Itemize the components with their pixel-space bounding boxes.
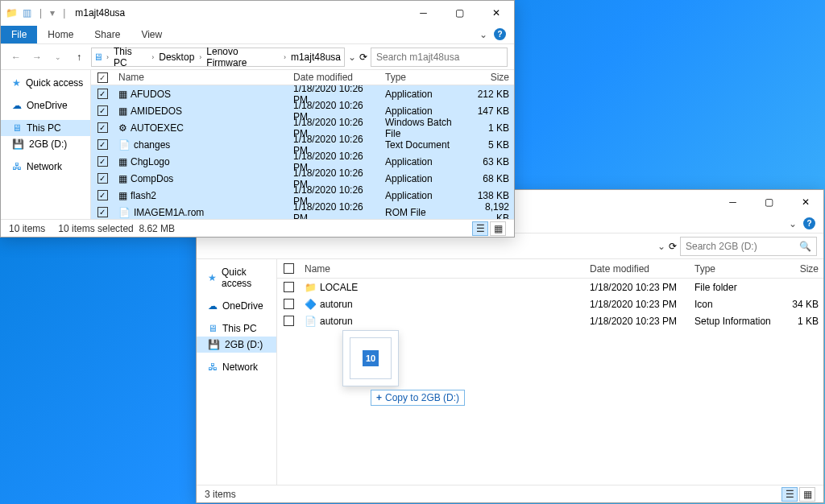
explorer-window-firmware: 📁 ▥ | ▾ | m1ajt48usa ─ ▢ ✕ File Home Sha… — [0, 0, 515, 238]
col-name[interactable]: Name — [300, 263, 585, 275]
refresh-icon[interactable]: ⟳ — [669, 241, 677, 252]
file-name: 📄changes — [114, 139, 288, 151]
chevron-down-icon[interactable]: ⌄ — [657, 241, 665, 252]
table-row[interactable]: 🔷autorun1/18/2020 10:23 PMIcon34 KB — [277, 295, 823, 312]
file-name: 🔷autorun — [300, 299, 585, 310]
tab-home[interactable]: Home — [37, 26, 84, 43]
nav-network[interactable]: 🖧Network — [1, 159, 90, 175]
file-icon: ▦ — [118, 105, 127, 117]
col-name[interactable]: Name — [114, 72, 288, 83]
file-date: 1/18/2020 10:26 PM — [288, 201, 380, 219]
file-icon: 📄 — [118, 207, 131, 218]
file-date: 1/18/2020 10:23 PM — [585, 282, 690, 293]
row-checkbox[interactable]: ✓ — [97, 122, 108, 133]
icons-view-button[interactable]: ▦ — [490, 221, 506, 236]
breadcrumb[interactable]: 🖥› This PC› Desktop› Lenovo Firmware› m1… — [91, 48, 345, 67]
minimize-button[interactable]: ─ — [405, 1, 442, 25]
up-button[interactable]: ↑ — [70, 48, 88, 66]
recent-button[interactable]: ⌄ — [49, 48, 67, 66]
item-count: 3 items — [205, 489, 236, 500]
nav-thispc[interactable]: 🖥This PC — [1, 120, 90, 136]
back-button[interactable]: ← — [7, 48, 25, 66]
help-icon[interactable]: ? — [494, 28, 506, 40]
ribbon-tabs: File Home Share View ⌄? — [1, 25, 514, 44]
chevron-down-icon[interactable]: ⌄ — [789, 218, 797, 229]
col-type[interactable]: Type — [380, 72, 469, 83]
details-view-button[interactable]: ☰ — [472, 221, 488, 236]
close-button[interactable]: ✕ — [478, 1, 514, 25]
row-checkbox[interactable]: ✓ — [97, 190, 108, 200]
qat-properties-icon[interactable]: ▥ — [23, 7, 31, 19]
col-size[interactable]: Size — [469, 72, 514, 83]
tab-share[interactable]: Share — [84, 26, 131, 43]
file-icon: ▦ — [118, 156, 127, 167]
search-input[interactable]: Search m1ajt48usa — [371, 48, 508, 67]
search-input[interactable]: Search 2GB (D:)🔍 — [680, 237, 817, 256]
forward-button[interactable]: → — [28, 48, 46, 66]
row-checkbox[interactable]: ✓ — [97, 89, 108, 99]
breadcrumb-seg[interactable]: This PC — [112, 46, 148, 68]
row-checkbox[interactable]: ✓ — [97, 105, 108, 116]
file-type: Windows Batch File — [380, 117, 469, 139]
nav-usb-drive[interactable]: 💾2GB (D:) — [1, 136, 90, 152]
nav-usb-drive[interactable]: 💾2GB (D:) — [197, 337, 276, 353]
file-size: 147 KB — [469, 105, 514, 117]
col-type[interactable]: Type — [690, 263, 778, 275]
col-date[interactable]: Date modified — [585, 263, 690, 275]
file-type: Application — [380, 156, 469, 167]
chevron-down-icon[interactable]: ⌄ — [348, 52, 356, 63]
minimize-button[interactable]: ─ — [715, 190, 751, 214]
nav-quickaccess[interactable]: ★Quick access — [197, 264, 276, 291]
breadcrumb-seg[interactable]: m1ajt48usa — [289, 52, 342, 63]
file-date: 1/18/2020 10:23 PM — [585, 299, 690, 310]
row-checkbox[interactable]: ✓ — [97, 207, 108, 217]
breadcrumb-seg[interactable]: Desktop — [157, 52, 196, 63]
file-type: Icon — [690, 299, 778, 310]
row-checkbox[interactable]: ✓ — [97, 173, 108, 184]
file-icon: ▦ — [118, 173, 127, 184]
col-date[interactable]: Date modified — [288, 72, 380, 83]
file-name: ▦ChgLogo — [114, 156, 288, 167]
row-checkbox[interactable]: ✓ — [97, 156, 108, 167]
qat-dropdown-icon[interactable]: ▾ — [50, 7, 55, 19]
breadcrumb-seg[interactable]: Lenovo Firmware — [205, 46, 280, 68]
nav-onedrive[interactable]: ☁OneDrive — [1, 97, 90, 114]
selected-size: 8.62 MB — [139, 223, 175, 234]
chevron-down-icon[interactable]: ⌄ — [479, 29, 487, 40]
close-button[interactable]: ✕ — [787, 190, 823, 214]
row-checkbox[interactable] — [284, 282, 294, 292]
file-type: Application — [380, 173, 469, 184]
help-icon[interactable]: ? — [803, 217, 815, 229]
nav-onedrive[interactable]: ☁OneDrive — [197, 298, 276, 314]
maximize-button[interactable]: ▢ — [751, 190, 787, 214]
selected-count: 10 items selected — [58, 223, 133, 234]
file-icon: 📄 — [305, 316, 317, 327]
file-name: ⚙AUTOEXEC — [114, 122, 288, 134]
maximize-button[interactable]: ▢ — [442, 1, 478, 25]
row-checkbox[interactable] — [284, 299, 294, 309]
file-size: 68 KB — [469, 173, 514, 184]
row-checkbox[interactable] — [284, 316, 294, 326]
details-view-button[interactable]: ☰ — [781, 487, 798, 502]
row-checkbox[interactable]: ✓ — [97, 139, 108, 150]
file-list: ✓ Name Date modified Type Size ✓▦AFUDOS1… — [91, 70, 514, 219]
icons-view-button[interactable]: ▦ — [799, 487, 815, 502]
col-size[interactable]: Size — [778, 263, 823, 275]
file-icon: ⚙ — [118, 122, 127, 134]
table-row[interactable]: 📄autorun1/18/2020 10:23 PMSetup Informat… — [277, 312, 823, 329]
window-title: m1ajt48usa — [75, 7, 125, 19]
select-all-checkbox[interactable] — [284, 263, 294, 274]
titlebar: 📁 ▥ | ▾ | m1ajt48usa ─ ▢ ✕ — [1, 1, 514, 25]
nav-quickaccess[interactable]: ★Quick access — [1, 75, 90, 91]
file-type: File folder — [690, 282, 778, 293]
select-all-checkbox[interactable]: ✓ — [97, 72, 108, 83]
folder-icon: 📁 — [6, 7, 18, 19]
refresh-icon[interactable]: ⟳ — [359, 52, 367, 63]
file-size: 1 KB — [469, 122, 514, 134]
table-row[interactable]: ✓📄IMAGEM1A.rom1/18/2020 10:26 PMROM File… — [91, 204, 514, 219]
tab-file[interactable]: File — [1, 26, 37, 43]
table-row[interactable]: 📁LOCALE1/18/2020 10:23 PMFile folder — [277, 279, 823, 295]
nav-thispc[interactable]: 🖥This PC — [197, 320, 276, 337]
nav-network[interactable]: 🖧Network — [197, 359, 276, 375]
tab-view[interactable]: View — [131, 26, 172, 43]
